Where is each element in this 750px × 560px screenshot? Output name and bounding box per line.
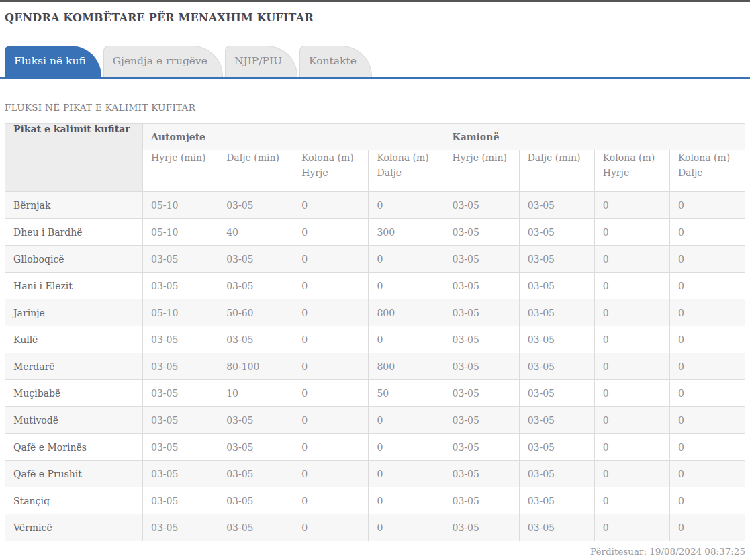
- group-header-row: Pikat e kalimit kufitar Automjete Kamion…: [5, 124, 745, 150]
- value-cell: 03-05: [519, 192, 594, 219]
- value-cell: 0: [669, 434, 745, 461]
- value-cell: 0: [594, 514, 669, 541]
- value-cell: 03-05: [519, 326, 594, 353]
- group-header-automjete: Automjete: [143, 124, 444, 150]
- value-cell: 0: [594, 299, 669, 326]
- value-cell: 50: [369, 380, 444, 407]
- col-header-kolona-hyrje-kamion: Kolona (m) Hyrje: [594, 150, 669, 192]
- value-cell: 0: [669, 326, 745, 353]
- table-row: Kullë03-0503-050003-0503-0500: [5, 326, 745, 353]
- value-cell: 03-05: [143, 273, 218, 299]
- value-cell: 50-60: [218, 299, 293, 326]
- value-cell: 800: [369, 299, 444, 326]
- table-row: Jarinje05-1050-60080003-0503-0500: [5, 299, 745, 326]
- section-title: FLUKSI NË PIKAT E KALIMIT KUFITAR: [5, 102, 745, 113]
- value-cell: 0: [669, 299, 745, 326]
- value-cell: 03-05: [143, 461, 218, 487]
- col-header-dalje-min-auto: Dalje (min): [218, 150, 293, 192]
- value-cell: 03-05: [444, 192, 519, 219]
- crossing-point-name: Qafë e Prushit: [5, 461, 143, 487]
- value-cell: 0: [594, 353, 669, 380]
- value-cell: 0: [293, 273, 369, 299]
- tab-label: Kontakte: [309, 55, 357, 67]
- value-cell: 0: [293, 353, 369, 380]
- table-row: Hani i Elezit03-0503-050003-0503-0500: [5, 273, 745, 299]
- group-header-kamione: Kamionë: [444, 124, 745, 150]
- value-cell: 03-05: [519, 407, 594, 434]
- value-cell: 0: [594, 380, 669, 407]
- table-row: Dheu i Bardhë05-1040030003-0503-0500: [5, 219, 745, 246]
- value-cell: 03-05: [444, 353, 519, 380]
- value-cell: 0: [293, 326, 369, 353]
- value-cell: 0: [594, 246, 669, 273]
- crossing-point-name: Hani i Elezit: [5, 273, 143, 299]
- value-cell: 03-05: [218, 326, 293, 353]
- tab-fluksi-ne-kufi[interactable]: Fluksi në kufi: [5, 46, 101, 77]
- crossing-point-name: Qafë e Morinës: [5, 434, 143, 461]
- value-cell: 03-05: [218, 246, 293, 273]
- crossing-point-name: Kullë: [5, 326, 143, 353]
- value-cell: 03-05: [143, 514, 218, 541]
- crossing-point-name: Vërmicë: [5, 514, 143, 541]
- value-cell: 0: [293, 192, 369, 219]
- value-cell: 03-05: [444, 407, 519, 434]
- corner-header: Pikat e kalimit kufitar: [5, 124, 143, 192]
- value-cell: 03-05: [444, 273, 519, 299]
- crossing-point-name: Muçibabë: [5, 380, 143, 407]
- value-cell: 03-05: [519, 461, 594, 487]
- value-cell: 03-05: [143, 326, 218, 353]
- value-cell: 0: [669, 219, 745, 246]
- value-cell: 0: [293, 407, 369, 434]
- value-cell: 0: [594, 219, 669, 246]
- value-cell: 03-05: [218, 407, 293, 434]
- value-cell: 0: [293, 514, 369, 541]
- value-cell: 03-05: [519, 380, 594, 407]
- value-cell: 0: [669, 380, 745, 407]
- col-header-dalje-min-kamion: Dalje (min): [519, 150, 594, 192]
- tab-kontakte[interactable]: Kontakte: [299, 46, 372, 77]
- value-cell: 03-05: [519, 219, 594, 246]
- value-cell: 0: [594, 273, 669, 299]
- updated-timestamp: Përditesuar: 19/08/2024 08:37:25: [5, 546, 745, 557]
- border-flow-table: Pikat e kalimit kufitar Automjete Kamion…: [5, 123, 745, 541]
- tab-njip-piu[interactable]: NJIP/PIU: [225, 46, 297, 77]
- value-cell: 03-05: [218, 487, 293, 514]
- tab-label: Fluksi në kufi: [14, 55, 86, 67]
- value-cell: 0: [369, 407, 444, 434]
- crossing-point-name: Jarinje: [5, 299, 143, 326]
- tab-label: NJIP/PIU: [234, 55, 282, 67]
- value-cell: 0: [293, 219, 369, 246]
- value-cell: 0: [369, 326, 444, 353]
- col-header-kolona-hyrje-auto: Kolona (m) Hyrje: [293, 150, 369, 192]
- value-cell: 03-05: [444, 299, 519, 326]
- value-cell: 0: [293, 434, 369, 461]
- value-cell: 03-05: [519, 353, 594, 380]
- value-cell: 0: [293, 299, 369, 326]
- value-cell: 0: [293, 246, 369, 273]
- table-row: Qafë e Prushit03-0503-050003-0503-0500: [5, 461, 745, 487]
- tab-label: Gjendja e rrugëve: [113, 55, 207, 67]
- value-cell: 03-05: [444, 380, 519, 407]
- crossing-point-name: Bërnjak: [5, 192, 143, 219]
- value-cell: 03-05: [519, 273, 594, 299]
- crossing-point-name: Mutivodë: [5, 407, 143, 434]
- value-cell: 03-05: [444, 514, 519, 541]
- value-cell: 0: [594, 461, 669, 487]
- value-cell: 03-05: [519, 487, 594, 514]
- col-header-kolona-dalje-auto: Kolona (m) Dalje: [369, 150, 444, 192]
- value-cell: 80-100: [218, 353, 293, 380]
- value-cell: 03-05: [444, 246, 519, 273]
- value-cell: 03-05: [143, 434, 218, 461]
- page-title: QENDRA KOMBËTARE PËR MENAXHIM KUFITAR: [5, 11, 745, 24]
- tab-gjendja-e-rrugeve[interactable]: Gjendja e rrugëve: [103, 46, 223, 77]
- crossing-point-name: Dheu i Bardhë: [5, 219, 143, 246]
- value-cell: 03-05: [519, 434, 594, 461]
- col-header-kolona-dalje-kamion: Kolona (m) Dalje: [669, 150, 745, 192]
- table-row: Bërnjak05-1003-050003-0503-0500: [5, 192, 745, 219]
- tab-underline: [0, 77, 750, 79]
- value-cell: 0: [293, 487, 369, 514]
- value-cell: 03-05: [218, 434, 293, 461]
- value-cell: 0: [594, 192, 669, 219]
- value-cell: 03-05: [143, 407, 218, 434]
- value-cell: 0: [369, 487, 444, 514]
